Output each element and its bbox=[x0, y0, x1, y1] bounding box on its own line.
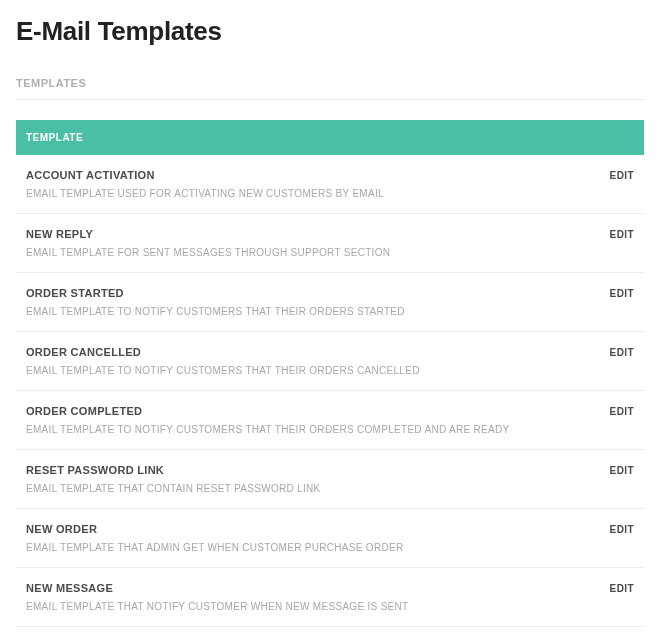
edit-button[interactable]: EDIT bbox=[610, 287, 634, 299]
table-row: NEW ORDEREMAIL TEMPLATE THAT ADMIN GET W… bbox=[16, 509, 644, 568]
template-description: EMAIL TEMPLATE TO NOTIFY CUSTOMERS THAT … bbox=[26, 364, 600, 378]
page-title: E-Mail Templates bbox=[16, 16, 644, 47]
row-content: RESET PASSWORD LINKEMAIL TEMPLATE THAT C… bbox=[26, 464, 610, 496]
template-description: EMAIL TEMPLATE TO NOTIFY CUSTOMERS THAT … bbox=[26, 423, 600, 437]
table-row: NEW MESSAGEEMAIL TEMPLATE THAT NOTIFY CU… bbox=[16, 568, 644, 627]
edit-button[interactable]: EDIT bbox=[610, 228, 634, 240]
table-row: ORDER CANCELLEDEMAIL TEMPLATE TO NOTIFY … bbox=[16, 332, 644, 391]
table-header: TEMPLATE bbox=[16, 120, 644, 155]
table-row: ORDER STARTEDEMAIL TEMPLATE TO NOTIFY CU… bbox=[16, 273, 644, 332]
template-title: NEW ORDER bbox=[26, 523, 600, 535]
edit-button[interactable]: EDIT bbox=[610, 346, 634, 358]
templates-list: ACCOUNT ACTIVATIONEMAIL TEMPLATE USED FO… bbox=[16, 155, 644, 627]
template-description: EMAIL TEMPLATE USED FOR ACTIVATING NEW C… bbox=[26, 187, 600, 201]
template-title: ORDER COMPLETED bbox=[26, 405, 600, 417]
edit-button[interactable]: EDIT bbox=[610, 405, 634, 417]
row-content: ORDER STARTEDEMAIL TEMPLATE TO NOTIFY CU… bbox=[26, 287, 610, 319]
template-description: EMAIL TEMPLATE FOR SENT MESSAGES THROUGH… bbox=[26, 246, 600, 260]
table-row: NEW REPLYEMAIL TEMPLATE FOR SENT MESSAGE… bbox=[16, 214, 644, 273]
edit-button[interactable]: EDIT bbox=[610, 523, 634, 535]
table-row: ORDER COMPLETEDEMAIL TEMPLATE TO NOTIFY … bbox=[16, 391, 644, 450]
template-title: NEW MESSAGE bbox=[26, 582, 600, 594]
section-label: TEMPLATES bbox=[16, 77, 644, 100]
table-row: RESET PASSWORD LINKEMAIL TEMPLATE THAT C… bbox=[16, 450, 644, 509]
template-description: EMAIL TEMPLATE THAT NOTIFY CUSTOMER WHEN… bbox=[26, 600, 600, 614]
edit-button[interactable]: EDIT bbox=[610, 582, 634, 594]
table-row: ACCOUNT ACTIVATIONEMAIL TEMPLATE USED FO… bbox=[16, 155, 644, 214]
template-title: ACCOUNT ACTIVATION bbox=[26, 169, 600, 181]
row-content: ORDER COMPLETEDEMAIL TEMPLATE TO NOTIFY … bbox=[26, 405, 610, 437]
row-content: ACCOUNT ACTIVATIONEMAIL TEMPLATE USED FO… bbox=[26, 169, 610, 201]
page-container: E-Mail Templates TEMPLATES TEMPLATE ACCO… bbox=[0, 0, 660, 639]
template-title: RESET PASSWORD LINK bbox=[26, 464, 600, 476]
row-content: NEW MESSAGEEMAIL TEMPLATE THAT NOTIFY CU… bbox=[26, 582, 610, 614]
template-title: ORDER STARTED bbox=[26, 287, 600, 299]
template-description: EMAIL TEMPLATE TO NOTIFY CUSTOMERS THAT … bbox=[26, 305, 600, 319]
row-content: ORDER CANCELLEDEMAIL TEMPLATE TO NOTIFY … bbox=[26, 346, 610, 378]
template-description: EMAIL TEMPLATE THAT ADMIN GET WHEN CUSTO… bbox=[26, 541, 600, 555]
edit-button[interactable]: EDIT bbox=[610, 464, 634, 476]
edit-button[interactable]: EDIT bbox=[610, 169, 634, 181]
template-description: EMAIL TEMPLATE THAT CONTAIN RESET PASSWO… bbox=[26, 482, 600, 496]
template-title: NEW REPLY bbox=[26, 228, 600, 240]
row-content: NEW ORDEREMAIL TEMPLATE THAT ADMIN GET W… bbox=[26, 523, 610, 555]
template-title: ORDER CANCELLED bbox=[26, 346, 600, 358]
row-content: NEW REPLYEMAIL TEMPLATE FOR SENT MESSAGE… bbox=[26, 228, 610, 260]
